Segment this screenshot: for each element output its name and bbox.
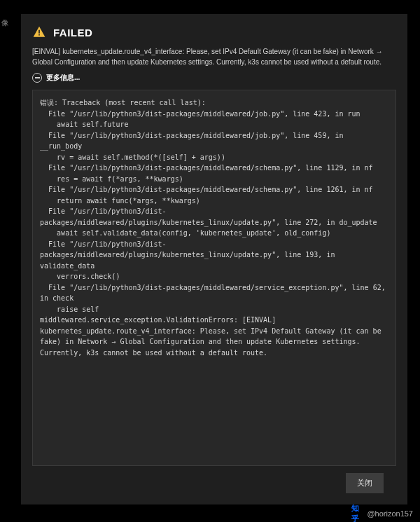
dialog-header: FAILED	[32, 25, 396, 39]
dialog-title: FAILED	[53, 27, 92, 39]
traceback-text: 错误: Traceback (most recent call last): F…	[32, 90, 396, 466]
more-info-label: 更多信息...	[46, 73, 80, 83]
svg-rect-1	[38, 34, 40, 36]
watermark-user: @horizon157	[367, 509, 413, 518]
svg-rect-0	[38, 30, 40, 34]
error-message: [EINVAL] kubernetes_update.route_v4_inte…	[32, 46, 396, 67]
cropped-text-fragment: 像	[1, 18, 8, 28]
more-info-toggle[interactable]: 更多信息...	[32, 73, 396, 83]
watermark: 知乎 @horizon157	[351, 508, 413, 519]
collapse-icon	[32, 73, 42, 83]
error-dialog: FAILED [EINVAL] kubernetes_update.route_…	[21, 14, 407, 504]
warning-icon	[32, 25, 46, 39]
zhihu-icon: 知乎	[351, 508, 363, 519]
dialog-actions: 关闭	[32, 466, 396, 493]
close-button[interactable]: 关闭	[346, 473, 384, 493]
